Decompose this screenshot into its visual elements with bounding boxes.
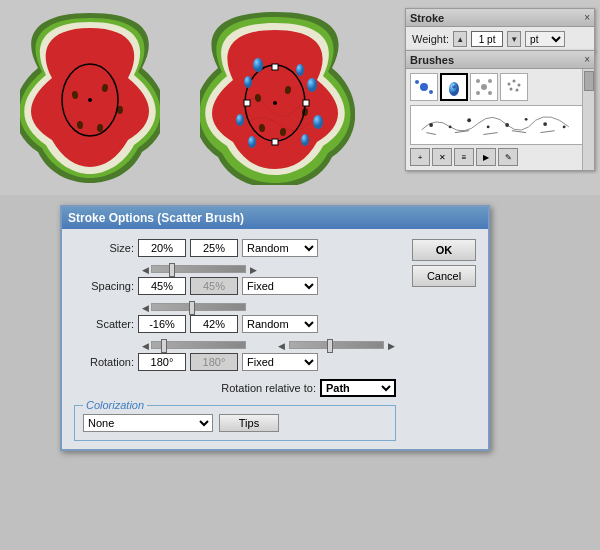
svg-point-22 — [236, 114, 244, 126]
brush-preview-large — [410, 105, 590, 145]
stroke-panel-title: Stroke — [410, 12, 444, 24]
tips-button[interactable]: Tips — [219, 414, 279, 432]
scatter-slider[interactable] — [151, 341, 246, 349]
rotation-input-2 — [190, 353, 238, 371]
svg-point-37 — [518, 84, 521, 87]
brushes-panel-close[interactable]: × — [584, 54, 590, 65]
svg-point-31 — [476, 79, 480, 83]
svg-line-48 — [426, 133, 436, 135]
svg-point-46 — [543, 122, 547, 126]
stroke-panel-close[interactable]: × — [584, 12, 590, 23]
svg-point-27 — [415, 80, 419, 84]
cancel-button[interactable]: Cancel — [412, 265, 476, 287]
scatter-input-1[interactable] — [138, 315, 186, 333]
svg-point-42 — [467, 118, 471, 122]
scatter-row: Scatter: Random Fixed Pressure — [74, 315, 396, 333]
spacing-input-1[interactable] — [138, 277, 186, 295]
svg-point-40 — [429, 123, 433, 127]
scatter-slider-2[interactable] — [289, 341, 384, 349]
svg-point-38 — [510, 88, 513, 91]
stroke-weight-input[interactable] — [471, 31, 503, 47]
rotation-input-1[interactable] — [138, 353, 186, 371]
spacing-row: Spacing: Fixed Random Pressure — [74, 277, 396, 295]
brushes-scrollbar-thumb[interactable] — [584, 71, 594, 91]
brushes-scrollbar[interactable] — [582, 69, 594, 170]
svg-point-23 — [313, 115, 323, 129]
brush-item-3[interactable] — [470, 73, 498, 101]
svg-point-41 — [449, 125, 452, 128]
svg-point-35 — [508, 83, 511, 86]
brush-item-1[interactable] — [410, 73, 438, 101]
brush-item-2[interactable] — [440, 73, 468, 101]
watermelon-container — [20, 10, 355, 185]
colorization-legend: Colorization — [83, 399, 147, 411]
scatter-label: Scatter: — [74, 318, 134, 330]
spacing-slider[interactable] — [151, 303, 246, 311]
new-brush-button[interactable]: + — [410, 148, 430, 166]
svg-point-44 — [505, 123, 509, 127]
rotation-dropdown[interactable]: Fixed Random Pressure — [242, 353, 318, 371]
watermelon-right — [200, 10, 355, 185]
svg-point-13 — [273, 101, 277, 105]
brushes-content: + ✕ ≡ ▶ ✎ — [406, 69, 594, 170]
stroke-weight-up[interactable]: ▲ — [453, 31, 467, 47]
colorization-row: None Tints Tints and Shades Hue Shift Ti… — [83, 414, 387, 432]
size-slider[interactable] — [151, 265, 246, 273]
svg-point-36 — [513, 80, 516, 83]
brush-paint-button[interactable]: ✎ — [498, 148, 518, 166]
stroke-weight-label: Weight: — [412, 33, 449, 45]
stroke-weight-down[interactable]: ▼ — [507, 31, 521, 47]
dialog-titlebar: Stroke Options (Scatter Brush) — [62, 207, 488, 229]
brush-options-button[interactable]: ≡ — [454, 148, 474, 166]
scatter-input-2[interactable] — [190, 315, 238, 333]
svg-point-43 — [487, 125, 490, 128]
size-input-2[interactable] — [190, 239, 238, 257]
delete-brush-button[interactable]: ✕ — [432, 148, 452, 166]
brush-select-button[interactable]: ▶ — [476, 148, 496, 166]
watermelon-left — [20, 10, 160, 185]
svg-point-45 — [525, 118, 528, 121]
svg-point-25 — [301, 134, 309, 146]
svg-point-39 — [516, 89, 519, 92]
scatter-slider-row: ◀ ◀ ▶ — [138, 341, 396, 351]
dialog-title: Stroke Options (Scatter Brush) — [68, 211, 244, 225]
size-input-1[interactable] — [138, 239, 186, 257]
ok-button[interactable]: OK — [412, 239, 476, 261]
rotation-relative-label: Rotation relative to: — [221, 382, 316, 394]
svg-point-47 — [563, 125, 566, 128]
svg-line-52 — [540, 131, 554, 133]
svg-point-32 — [488, 79, 492, 83]
colorization-group: Colorization None Tints Tints and Shades… — [74, 405, 396, 441]
stroke-panel: Stroke × Weight: ▲ ▼ pt px mm — [405, 8, 595, 52]
svg-point-18 — [253, 58, 263, 72]
size-dropdown[interactable]: Random Fixed Pressure — [242, 239, 318, 257]
spacing-slider-row: ◀ — [138, 303, 396, 313]
svg-rect-17 — [303, 100, 309, 106]
rotation-row: Rotation: Fixed Random Pressure — [74, 353, 396, 371]
size-slider-row: ◀ ▶ — [138, 265, 396, 275]
svg-point-33 — [476, 91, 480, 95]
svg-rect-15 — [272, 139, 278, 145]
brushes-panel-title: Brushes — [410, 54, 454, 66]
size-label: Size: — [74, 242, 134, 254]
svg-line-50 — [483, 133, 497, 135]
brush-item-4[interactable] — [500, 73, 528, 101]
rotation-relative-row: Rotation relative to: Path Page — [74, 379, 396, 397]
svg-point-28 — [429, 90, 433, 94]
colorization-dropdown[interactable]: None Tints Tints and Shades Hue Shift — [83, 414, 213, 432]
size-row: Size: Random Fixed Pressure — [74, 239, 396, 257]
scatter-dropdown[interactable]: Random Fixed Pressure — [242, 315, 318, 333]
stroke-panel-titlebar: Stroke × — [406, 9, 594, 27]
rotation-relative-dropdown[interactable]: Path Page — [320, 379, 396, 397]
spacing-dropdown[interactable]: Fixed Random Pressure — [242, 277, 318, 295]
stroke-unit-select[interactable]: pt px mm — [525, 31, 565, 47]
svg-rect-16 — [244, 100, 250, 106]
svg-point-20 — [244, 76, 252, 88]
brushes-panel: Brushes × — [405, 50, 595, 171]
brushes-panel-titlebar: Brushes × — [406, 51, 594, 69]
svg-point-30 — [481, 84, 487, 90]
brush-items-row — [410, 73, 590, 101]
stroke-panel-content: Weight: ▲ ▼ pt px mm — [406, 27, 594, 51]
svg-point-21 — [307, 78, 317, 92]
svg-point-6 — [88, 98, 92, 102]
